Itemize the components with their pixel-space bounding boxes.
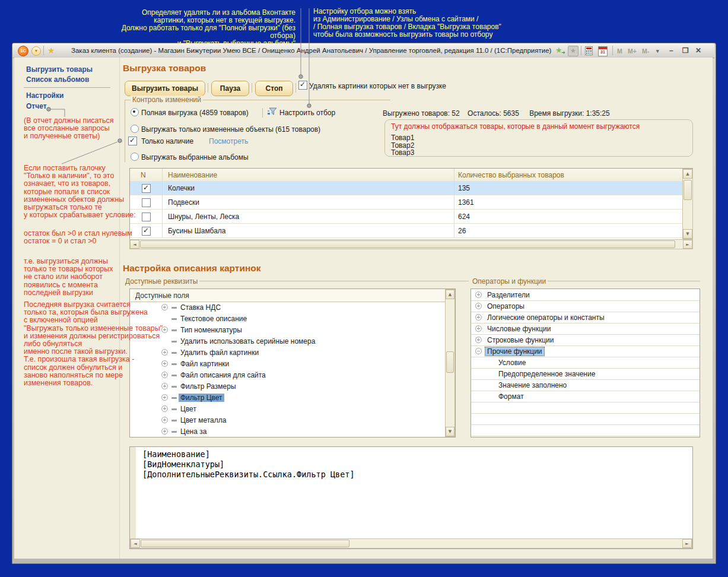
stop-button[interactable]: Стоп [255,81,293,96]
memory-plus-button[interactable]: M+ [628,47,637,55]
scroll-right-icon[interactable]: ► [682,539,692,548]
collapse-minus-icon[interactable]: − [475,348,482,354]
close-button[interactable]: ✕ [695,46,701,55]
tree-item[interactable]: +Файл описания для сайта [130,370,445,381]
expand-plus-icon[interactable]: + [475,337,482,343]
expand-plus-icon[interactable]: + [161,428,168,435]
tree-item-label[interactable]: Условие [498,359,526,367]
minimize-button[interactable]: – [669,46,673,55]
favorites-star-icon[interactable]: ★ [47,46,55,55]
column-header-n[interactable]: N [141,171,146,179]
tree-item[interactable]: +Фильтр Цвет [130,392,445,404]
tree-item-label[interactable]: Операторы [487,302,524,310]
tree-item[interactable]: +Цвет металла [130,415,445,426]
sidebar-item-settings[interactable]: Настройки [26,91,63,100]
tree-item-label[interactable]: Предопределенное значение [498,370,595,378]
scrollbar-thumb[interactable] [446,351,454,373]
column-header-count[interactable]: Количество выбранных товаров [458,171,564,179]
selected-albums-radio[interactable] [131,153,139,161]
star-disabled-icon[interactable]: ★ [568,46,578,56]
tree-item-label[interactable]: Файл описания для сайта [180,371,266,379]
table-row[interactable]: Бусины Шамбала26 [130,224,682,238]
tree-item-label[interactable]: Файл картинки [180,360,229,368]
fields-vertical-scrollbar[interactable]: ▲ ▼ [445,289,455,437]
tree-item[interactable]: +Ставка НДС [130,302,445,313]
more-buttons-chevron-icon[interactable]: ▾ [656,48,659,54]
scroll-up-icon[interactable]: ▲ [683,169,692,179]
table-row[interactable]: Шнуры, Ленты, Леска624 [130,210,682,224]
tree-child-item[interactable]: Значение заполнено [471,380,700,391]
tree-item[interactable]: +Удалить файл картинки [130,347,445,359]
tree-item[interactable]: +Строковые функции [471,335,700,346]
tree-child-item[interactable]: Формат [471,391,700,402]
row-checkbox[interactable] [142,184,151,193]
calculator-icon[interactable] [585,46,593,55]
scrollbar-thumb[interactable] [140,240,675,248]
tree-item[interactable]: +Тип номенклатуры [130,325,445,336]
expand-plus-icon[interactable]: + [161,417,168,423]
expand-plus-icon[interactable]: + [475,325,482,332]
tree-item-label[interactable]: Текстовое описание [180,315,247,323]
scroll-up-icon[interactable]: ▲ [446,290,454,299]
tree-item-label[interactable]: Удалить файл картинки [180,348,259,357]
configure-filter-button[interactable]: Настроить отбор [279,109,335,117]
tree-item[interactable]: −Прочие функции [471,346,700,357]
scroll-left-icon[interactable]: ◄ [131,539,140,548]
table-row[interactable]: Колечки135 [130,181,682,195]
tree-item-label[interactable]: Фильтр Размеры [180,382,236,391]
table-row[interactable]: Подвески1361 [130,195,682,210]
tree-child-item[interactable] [471,402,700,414]
export-goods-button[interactable]: Выгрузить товары [125,81,205,96]
expand-plus-icon[interactable]: + [475,314,482,321]
albums-horizontal-scrollbar[interactable]: ◄ ► [129,239,693,249]
tree-item-label[interactable]: Фильтр Цвет [179,394,224,402]
changed-only-label[interactable]: Выгружать только измененные объекты (615… [141,125,320,134]
full-export-label[interactable]: Полная выгрузка (4859 товаров) [141,109,249,117]
main-menu-chevron-icon[interactable]: ▾ [31,46,41,56]
pause-button[interactable]: Пауза [211,81,249,96]
tree-item[interactable]: +Цена за [130,426,445,437]
sidebar-item-albums-list[interactable]: Список альбомов [26,75,89,84]
tree-item-label[interactable]: Прочие функции [485,347,544,356]
row-checkbox[interactable] [142,227,151,236]
tree-item-label[interactable]: Цвет [180,405,196,413]
editor-horizontal-scrollbar[interactable]: ◄ ► [130,538,692,549]
scrollbar-thumb[interactable] [684,180,692,200]
tree-item-label[interactable]: Цена за [180,427,206,436]
sidebar-item-report[interactable]: Отчет [26,102,47,110]
tree-item[interactable]: +Файл картинки [130,359,445,370]
only-stock-checkbox[interactable] [128,137,137,145]
tree-child-item[interactable] [471,425,700,436]
selected-albums-label[interactable]: Выгружать выбранные альбомы [141,153,249,161]
scroll-down-icon[interactable]: ▼ [446,427,454,436]
tree-item[interactable]: Удалить использовать серийные номера [130,336,445,347]
maximize-button[interactable]: ❒ [682,46,689,55]
tree-item[interactable]: +Логические операторы и константы [471,312,700,324]
sidebar-item-export-goods[interactable]: Выгрузить товары [26,65,93,74]
tree-item-label[interactable]: Формат [498,392,524,401]
memory-recall-button[interactable]: M [617,47,622,55]
row-checkbox[interactable] [142,213,151,221]
view-link[interactable]: Посмотреть [209,137,248,145]
tree-item-label[interactable]: Удалить использовать серийные номера [180,337,315,345]
tree-item-label[interactable]: Разделители [487,291,530,299]
tree-item-label[interactable]: Логические операторы и константы [487,313,605,322]
tree-item[interactable]: Текстовое описание [130,313,445,325]
tree-child-item[interactable]: Предопределенное значение [471,369,700,380]
tree-child-item[interactable]: Условие [471,357,700,369]
tree-child-item[interactable] [471,414,700,425]
description-template-text[interactable]: [Наименование] [ВидНоменклатуры] [Дополн… [142,449,355,480]
tree-item[interactable]: +Фильтр Размеры [130,381,445,392]
tree-item[interactable]: +Числовые функции [471,324,700,335]
delete-images-checkbox[interactable] [298,81,307,90]
tree-item[interactable]: +Цвет [130,404,445,415]
scroll-right-icon[interactable]: ► [683,240,692,249]
tree-item-label[interactable]: Значение заполнено [498,381,567,389]
albums-vertical-scrollbar[interactable]: ▲ ▼ [682,169,693,239]
tree-item-label[interactable]: Строковые функции [487,336,554,344]
expand-plus-icon[interactable]: + [161,405,168,412]
row-checkbox[interactable] [142,198,151,207]
expand-plus-icon[interactable]: + [475,291,482,298]
scrollbar-thumb[interactable] [141,540,349,547]
tree-item-label[interactable]: Ставка НДС [180,303,221,312]
